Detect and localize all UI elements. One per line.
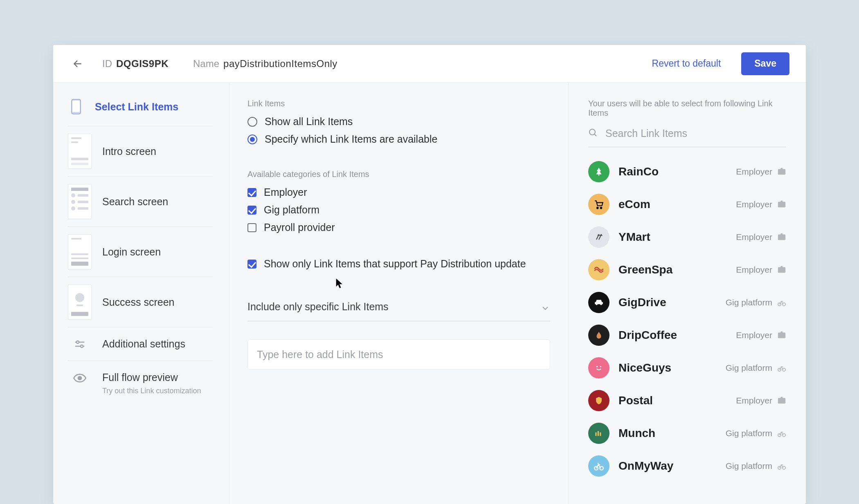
link-item-name: RainCo [618, 165, 727, 178]
sidebar-item-label: Success screen [102, 296, 174, 308]
link-item-tag: Employer [736, 330, 786, 340]
svg-point-6 [81, 345, 83, 347]
link-item-row[interactable]: GreenSpaEmployer [588, 253, 786, 286]
add-link-items-input-wrapper[interactable] [247, 339, 550, 370]
thumb-login [68, 234, 92, 269]
link-item-row[interactable]: DripCoffeeEmployer [588, 319, 786, 352]
svg-point-4 [76, 340, 79, 343]
sidebar-item-success-screen[interactable]: Success screen [68, 277, 213, 327]
svg-rect-2 [72, 101, 80, 112]
sidebar-item-additional-settings[interactable]: Additional settings [68, 327, 213, 361]
sidebar-item-label: Additional settings [102, 338, 185, 350]
radio-label: Specify which Link Items are available [265, 133, 437, 145]
checkbox-show-only-pay-distribution[interactable]: Show only Link Items that support Pay Di… [247, 258, 550, 270]
name-value: payDistributionItemsOnly [223, 58, 337, 69]
bike-icon [777, 363, 786, 372]
chevron-down-icon [542, 301, 549, 313]
checkbox-label: Payroll provider [264, 222, 335, 233]
briefcase-icon [777, 167, 786, 176]
checkbox-label: Show only Link Items that support Pay Di… [264, 258, 526, 270]
checkbox-icon [247, 223, 256, 232]
briefcase-icon [777, 331, 786, 340]
link-item-name: eCom [618, 198, 727, 211]
svg-point-8 [589, 129, 595, 135]
arrow-left-icon [72, 58, 83, 69]
sidebar-item-login-screen[interactable]: Login screen [68, 227, 213, 277]
sliders-icon [74, 339, 86, 349]
link-item-row[interactable]: GigDriveGig platform [588, 286, 786, 319]
include-only-select[interactable]: Include only specific Link Items [247, 294, 550, 321]
radio-show-all[interactable]: Show all Link Items [247, 116, 550, 128]
thumb-success [68, 284, 92, 320]
briefcase-icon [777, 265, 786, 274]
id-value: DQGIS9PK [116, 58, 169, 69]
radio-label: Show all Link Items [265, 116, 353, 128]
link-item-tag: Gig platform [726, 461, 786, 471]
link-item-name: OnMyWay [618, 459, 717, 473]
link-item-tag: Gig platform [726, 363, 786, 373]
thumb-search [68, 184, 92, 219]
checkbox-payroll-provider[interactable]: Payroll provider [247, 222, 550, 233]
link-item-tag: Gig platform [726, 428, 786, 438]
link-item-row[interactable]: RainCoEmployer [588, 155, 786, 188]
link-item-logo [588, 226, 609, 248]
link-item-name: YMart [618, 231, 727, 244]
link-item-row[interactable]: YMartEmployer [588, 221, 786, 253]
search-icon [588, 128, 598, 139]
checkbox-gig-platform[interactable]: Gig platform [247, 204, 550, 216]
preview-search-input[interactable] [605, 128, 786, 139]
link-item-name: Munch [618, 427, 717, 440]
svg-point-11 [597, 207, 598, 208]
link-item-tag: Employer [736, 232, 786, 242]
link-item-name: DripCoffee [618, 329, 727, 342]
link-item-tag: Employer [736, 199, 786, 209]
preview-note: Your users will be able to select from f… [588, 99, 786, 118]
link-items-label: Link Items [247, 99, 550, 108]
preview-search[interactable] [588, 128, 786, 147]
sidebar-item-label: Login screen [102, 246, 161, 258]
sidebar-item-select-link-items[interactable]: Select Link Items [68, 99, 213, 126]
link-item-row[interactable]: PostalEmployer [588, 384, 786, 417]
checkbox-employer[interactable]: Employer [247, 186, 550, 198]
svg-point-7 [78, 376, 81, 380]
radio-icon [247, 117, 257, 127]
eye-icon [73, 373, 86, 383]
svg-line-9 [594, 134, 596, 136]
link-item-row[interactable]: eComEmployer [588, 188, 786, 221]
sidebar-item-full-flow-preview[interactable]: Full flow preview Try out this Link cust… [68, 361, 213, 406]
revert-link[interactable]: Revert to default [652, 58, 721, 69]
link-item-row[interactable]: MunchGig platform [588, 417, 786, 450]
checkbox-icon [247, 260, 256, 269]
link-item-logo [588, 455, 609, 477]
link-items-list: RainCoEmployereComEmployerYMartEmployerG… [588, 155, 786, 482]
name-label: Name [193, 58, 219, 69]
link-item-logo [588, 194, 609, 215]
link-item-logo [588, 423, 609, 444]
bike-icon [777, 429, 786, 438]
link-item-logo [588, 161, 609, 182]
briefcase-icon [777, 200, 786, 209]
back-button[interactable] [70, 56, 86, 72]
sidebar-item-search-screen[interactable]: Search screen [68, 177, 213, 227]
svg-rect-10 [598, 175, 599, 176]
bike-icon [777, 298, 786, 307]
link-item-row[interactable]: OnMyWayGig platform [588, 450, 786, 482]
sidebar-item-intro-screen[interactable]: Intro screen [68, 126, 213, 177]
link-item-row[interactable]: NiceGuysGig platform [588, 352, 786, 384]
checkbox-label: Employer [264, 186, 307, 198]
save-button[interactable]: Save [741, 52, 789, 75]
add-link-items-input[interactable] [257, 349, 541, 361]
briefcase-icon [777, 396, 786, 405]
main-panel: Link Items Show all Link Items Specify w… [229, 83, 569, 504]
top-bar: ID DQGIS9PK Name payDistributionItemsOnl… [53, 45, 806, 83]
svg-point-12 [600, 207, 602, 208]
checkbox-icon [247, 188, 256, 197]
link-item-logo [588, 325, 609, 346]
checkbox-label: Gig platform [264, 204, 319, 216]
link-item-name: NiceGuys [618, 361, 717, 374]
link-item-name: Postal [618, 394, 727, 407]
bike-icon [777, 461, 786, 470]
link-item-logo [588, 292, 609, 313]
id-label: ID [102, 58, 112, 69]
radio-specify[interactable]: Specify which Link Items are available [247, 133, 550, 145]
